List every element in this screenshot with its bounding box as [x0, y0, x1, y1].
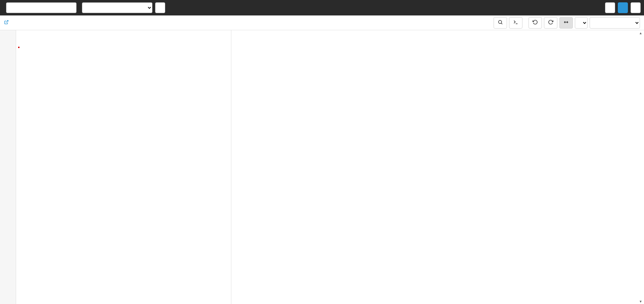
- line-number-gutter[interactable]: [0, 30, 16, 304]
- highlight-box: [18, 47, 19, 48]
- sub-toolbar: [0, 15, 644, 30]
- external-link-icon: [4, 20, 9, 26]
- wrap-toggle-button[interactable]: [559, 17, 573, 29]
- arrows-horizontal-icon: [563, 19, 569, 26]
- terminal-button[interactable]: [509, 17, 522, 29]
- code-content[interactable]: [16, 30, 644, 304]
- svg-line-0: [6, 20, 8, 22]
- close-button[interactable]: [631, 2, 641, 13]
- terminal-icon: [513, 19, 518, 26]
- editor-area: ▲ ▼: [0, 30, 644, 304]
- reopen-button[interactable]: [155, 2, 165, 13]
- top-toolbar: [0, 0, 644, 15]
- fontsize-select[interactable]: [575, 17, 588, 29]
- file-path-input[interactable]: [6, 2, 77, 13]
- svg-point-1: [499, 20, 502, 24]
- svg-line-2: [501, 23, 502, 24]
- search-icon: [498, 19, 503, 26]
- encoding-select[interactable]: [82, 2, 152, 13]
- save-changes-button[interactable]: [618, 2, 628, 13]
- search-button[interactable]: [494, 17, 507, 29]
- undo-button[interactable]: [528, 17, 542, 29]
- redo-button[interactable]: [544, 17, 557, 29]
- keyboard-shortcuts-link[interactable]: [4, 20, 11, 26]
- scroll-up-arrow[interactable]: ▲: [638, 30, 643, 36]
- editor-split-divider[interactable]: [231, 30, 231, 304]
- vertical-scrollbar[interactable]: ▲ ▼: [638, 30, 643, 304]
- redo-icon: [548, 19, 553, 26]
- scroll-down-arrow[interactable]: ▼: [638, 299, 643, 304]
- language-select[interactable]: [590, 17, 640, 29]
- legacy-editor-button[interactable]: [605, 2, 615, 13]
- undo-icon: [533, 19, 538, 26]
